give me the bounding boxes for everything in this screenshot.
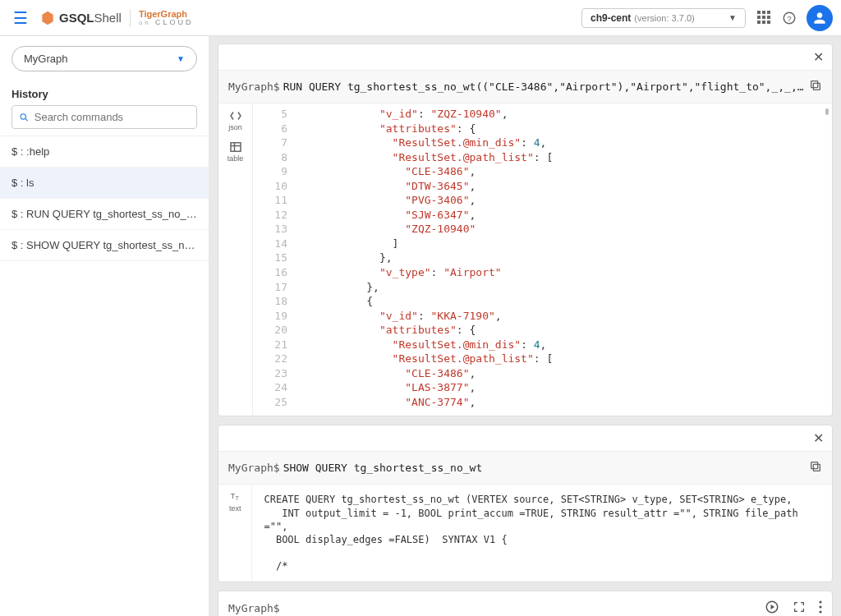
command-text: SHOW QUERY tg_shortest_ss_no_wt [283, 462, 483, 474]
run-icon[interactable] [765, 600, 779, 616]
database-selector[interactable]: ch9-cent (version: 3.7.0) ▼ [581, 8, 746, 28]
output-view-tabs: TT text [218, 485, 252, 581]
app-logo: GSQLShell [39, 10, 122, 26]
history-item[interactable]: $ : RUN QUERY tg_shortest_ss_no_wt(("CL.… [0, 199, 209, 230]
history-search[interactable] [11, 105, 197, 129]
graph-selector[interactable]: MyGraph ▼ [11, 46, 197, 71]
scrollbar-thumb[interactable] [825, 108, 829, 115]
text-output[interactable]: CREATE QUERY tg_shortest_ss_no_wt (VERTE… [252, 485, 832, 581]
svg-text:T: T [236, 495, 239, 501]
svg-point-15 [819, 600, 821, 603]
text-tab[interactable]: TT text [227, 490, 242, 513]
command-text: RUN QUERY tg_shortest_ss_no_wt(("CLE-348… [283, 80, 809, 93]
search-input[interactable] [34, 111, 190, 123]
command-bar: MyGraph$ RUN QUERY tg_shortest_ss_no_wt(… [218, 71, 832, 103]
svg-text:T: T [231, 492, 236, 500]
copy-icon[interactable] [809, 79, 822, 94]
main-area: ✕ MyGraph$ RUN QUERY tg_shortest_ss_no_w… [209, 36, 841, 616]
svg-point-16 [819, 605, 821, 608]
history-item[interactable]: $ : :help [0, 136, 209, 168]
svg-rect-9 [813, 465, 820, 471]
history-item[interactable]: $ : ls [0, 168, 209, 199]
apps-grid-icon[interactable] [757, 11, 772, 25]
copy-icon[interactable] [809, 460, 822, 476]
history-list: $ : :help$ : ls$ : RUN QUERY tg_shortest… [0, 136, 209, 261]
help-icon[interactable]: ? [782, 11, 797, 25]
fullscreen-icon[interactable] [793, 600, 806, 616]
svg-point-17 [819, 610, 821, 613]
svg-rect-5 [811, 81, 818, 88]
json-tab[interactable]: json [228, 108, 243, 131]
close-icon[interactable]: ✕ [813, 430, 824, 446]
svg-text:?: ? [787, 13, 792, 22]
prompt-label: MyGraph$ [228, 602, 280, 614]
command-prompt[interactable]: MyGraph$ [218, 591, 833, 616]
user-avatar[interactable] [807, 5, 833, 31]
svg-point-2 [21, 113, 25, 118]
result-card-run-query: ✕ MyGraph$ RUN QUERY tg_shortest_ss_no_w… [218, 44, 833, 416]
svg-rect-4 [813, 83, 820, 90]
search-icon [19, 112, 30, 123]
history-item[interactable]: $ : SHOW QUERY tg_shortest_ss_no_wt [0, 230, 209, 261]
more-icon[interactable] [819, 600, 822, 616]
tigergraph-cloud-logo: TigerGraph on CLOUD [139, 10, 194, 26]
svg-marker-14 [771, 605, 775, 609]
result-card-show-query: ✕ MyGraph$ SHOW QUERY tg_shortest_ss_no_… [218, 425, 833, 582]
chevron-down-icon: ▼ [728, 13, 737, 22]
svg-rect-10 [811, 462, 818, 469]
hamburger-menu[interactable]: ☰ [8, 5, 33, 31]
topbar: ☰ GSQLShell TigerGraph on CLOUD ch9-cent… [0, 0, 841, 36]
history-heading: History [0, 81, 209, 105]
sidebar: MyGraph ▼ History $ : :help$ : ls$ : RUN… [0, 36, 209, 616]
json-output[interactable]: 5 "v_id": "ZQZ-10940",6 "attributes": {7… [253, 103, 832, 416]
close-icon[interactable]: ✕ [813, 49, 824, 65]
tigergraph-icon [39, 10, 56, 26]
svg-rect-6 [231, 143, 241, 152]
svg-line-3 [25, 118, 28, 121]
command-bar: MyGraph$ SHOW QUERY tg_shortest_ss_no_wt [218, 452, 832, 485]
chevron-down-icon: ▼ [177, 54, 185, 63]
output-view-tabs: json table [218, 103, 253, 416]
table-tab[interactable]: table [227, 140, 244, 163]
